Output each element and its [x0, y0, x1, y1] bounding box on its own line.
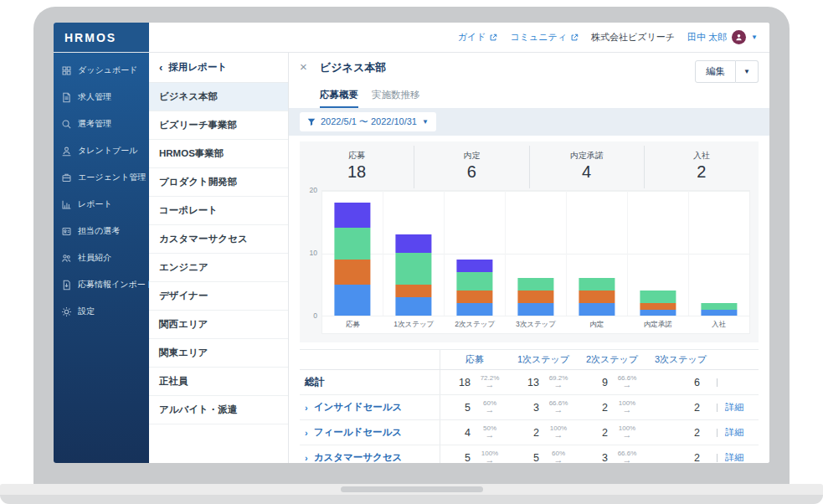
bar-segment-カスタマーサクセス — [517, 278, 553, 291]
sidebar-item-people[interactable]: 社員紹介 — [54, 244, 149, 271]
tabs: 応募概要実施数推移 — [300, 89, 759, 108]
bar-segment-フィールドセールス — [456, 291, 492, 303]
tab-実施数推移[interactable]: 実施数推移 — [372, 89, 420, 108]
chart-y-axis: 01020 — [301, 190, 321, 316]
detail-link[interactable]: 詳細 — [725, 401, 743, 414]
stat-value: 4 — [530, 162, 644, 182]
report-list-item[interactable]: ビズリーチ事業部 — [149, 111, 288, 140]
mini-divider — [717, 454, 718, 462]
row-label-カスタマーサクセス[interactable]: ›カスタマーサクセス — [300, 445, 440, 463]
report-list-item[interactable]: エンジニア — [149, 254, 288, 282]
conversion-rate: 100%→ — [539, 425, 578, 440]
report-list-item[interactable]: HRMOS事業部 — [149, 140, 288, 168]
conversion-rate: 100%→ — [608, 425, 646, 440]
briefcase-icon — [61, 172, 72, 183]
sidebar-item-label: 担当の選考 — [78, 225, 120, 237]
sidebar-item-talent-pool[interactable]: タレントプール — [54, 137, 149, 164]
conversion-rate: 66.6%→ — [608, 375, 646, 389]
report-list-item[interactable]: 関東エリア — [149, 339, 288, 368]
sidebar-item-label: ダッシュボード — [78, 64, 137, 76]
y-tick: 10 — [310, 249, 317, 257]
bar-segment-マーケティング — [456, 260, 492, 272]
row-label-フィールドセールス[interactable]: ›フィールドセールス — [300, 420, 440, 445]
value-cell: 2 — [646, 452, 715, 464]
row-label-インサイドセールス[interactable]: ›インサイドセールス — [300, 395, 440, 419]
conversion-rate: 66.6%→ — [539, 400, 578, 414]
conversion-rate: 100%→ — [471, 450, 509, 463]
user-name[interactable]: 田中 太郎 — [687, 31, 727, 44]
report-list-item[interactable]: コーポレート — [149, 197, 288, 225]
right-arrow-icon: → — [554, 405, 563, 414]
mini-divider — [717, 378, 718, 387]
edit-button[interactable]: 編集 — [695, 60, 736, 83]
y-tick: 20 — [310, 186, 317, 194]
user-menu[interactable]: 田中 太郎 ▼ — [687, 30, 758, 44]
conversion-rate: 60%→ — [471, 400, 509, 414]
bar-segment-フィールドセールス — [640, 303, 676, 310]
row-label-text: インサイドセールス — [314, 401, 403, 414]
chevron-down-icon: ▼ — [422, 118, 429, 126]
sidebar-item-job-document[interactable]: 求人管理 — [54, 84, 149, 111]
report-list-item[interactable]: ビジネス本部 — [149, 83, 288, 111]
chart-slot — [383, 191, 445, 316]
laptop-base-bottom — [0, 495, 823, 504]
report-list-header[interactable]: ‹ 採用レポート — [149, 53, 288, 83]
sidebar-item-report-chart[interactable]: レポート — [54, 191, 149, 218]
close-icon[interactable]: × — [300, 60, 311, 73]
detail-cell: 詳細 — [715, 426, 759, 439]
stat-内定: 内定6 — [414, 146, 528, 188]
sidebar-item-briefcase[interactable]: エージェント管理 — [54, 164, 149, 191]
avatar[interactable] — [732, 30, 746, 44]
report-list-item[interactable]: アルバイト・派遣 — [149, 396, 288, 424]
column-header-2次ステップ: 2次ステップ — [578, 353, 646, 366]
sidebar-item-import-document[interactable]: 応募情報インポート — [54, 271, 149, 298]
company-name: 株式会社ビズリーチ — [591, 31, 675, 44]
value-cell: 560%→ — [440, 400, 509, 414]
edit-dropdown-button[interactable]: ▼ — [736, 60, 759, 83]
report-list-item[interactable]: 正社員 — [149, 368, 288, 396]
detail-link[interactable]: 詳細 — [725, 451, 743, 463]
search-icon — [61, 119, 72, 130]
report-list-item[interactable]: デザイナー — [149, 282, 288, 311]
column-header-3次ステップ: 3次ステップ — [646, 353, 715, 366]
stat-value: 2 — [645, 162, 759, 182]
chevron-down-icon[interactable]: ▼ — [751, 33, 758, 41]
report-list-item[interactable]: 関西エリア — [149, 311, 288, 339]
laptop-bezel: HRMOS ガイドコミュニティ 株式会社ビズリーチ 田中 太郎 ▼ ダッシュボー… — [33, 7, 790, 484]
report-list: ビジネス本部ビズリーチ事業部HRMOS事業部プロダクト開発部コーポレートカスタマ… — [149, 83, 288, 424]
right-arrow-icon: → — [486, 405, 495, 414]
main-header: × ビジネス本部 編集 ▼ 応募概要実施数推移 — [289, 53, 769, 108]
app-screen: HRMOS ガイドコミュニティ 株式会社ビズリーチ 田中 太郎 ▼ ダッシュボー… — [54, 23, 769, 463]
detail-link[interactable]: 詳細 — [725, 426, 743, 439]
sidebar-item-assigned-card[interactable]: 担当の選考 — [54, 218, 149, 244]
report-list-item[interactable]: カスタマーサクセス — [149, 225, 288, 254]
conversion-rate: 69.2%→ — [539, 375, 578, 389]
date-range-filter[interactable]: 2022/5/1 〜 2022/10/31 ▼ — [300, 112, 436, 131]
stacked-bar-3次ステップ — [517, 278, 553, 316]
stage-count: 5 — [440, 402, 471, 414]
table-row: 総計1872.2%→1369.2%→966.6%→6 — [300, 370, 759, 395]
dashboard-icon — [61, 65, 72, 76]
report-list-panel: ‹ 採用レポート ビジネス本部ビズリーチ事業部HRMOS事業部プロダクト開発部コ… — [149, 53, 289, 463]
external-link-icon — [570, 33, 579, 42]
report-list-title: 採用レポート — [168, 61, 227, 74]
sidebar-item-label: 選考管理 — [78, 118, 111, 130]
chart-x-label: 入社 — [688, 320, 749, 330]
bar-segment-カスタマーサクセス — [334, 228, 370, 260]
sidebar-item-search[interactable]: 選考管理 — [54, 111, 149, 137]
sidebar-item-gear[interactable]: 設定 — [54, 298, 149, 325]
stage-count: 3 — [578, 452, 608, 464]
stats-row: 応募18内定6内定承諾4入社2 — [300, 146, 759, 188]
tab-応募概要[interactable]: 応募概要 — [320, 89, 358, 108]
report-chart-icon — [61, 199, 72, 210]
sidebar-item-label: 求人管理 — [78, 91, 111, 103]
top-link-0[interactable]: ガイド — [458, 31, 498, 44]
import-document-icon — [61, 280, 72, 291]
report-list-item[interactable]: プロダクト開発部 — [149, 168, 288, 197]
table-header-empty — [300, 350, 440, 369]
top-link-1[interactable]: コミュニティ — [510, 31, 579, 44]
bar-segment-インサイドセールス — [640, 310, 676, 316]
sidebar-item-dashboard[interactable]: ダッシュボード — [54, 57, 149, 84]
chart-x-label: 1次ステップ — [383, 320, 445, 330]
bar-segment-マーケティング — [334, 203, 370, 228]
